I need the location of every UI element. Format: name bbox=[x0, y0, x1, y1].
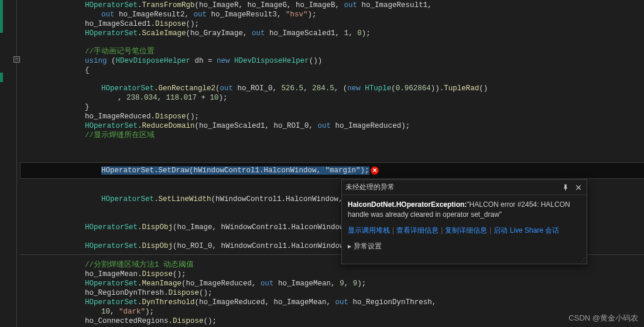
resize-grip-icon[interactable]: ⋰ bbox=[342, 256, 587, 264]
code-line[interactable]: ho_ImageScaled1.Dispose(); bbox=[20, 19, 644, 29]
code-line[interactable]: HOperatorSet.DynThreshold(ho_ImageReduce… bbox=[20, 298, 644, 307]
exception-action-link[interactable]: 显示调用堆栈 bbox=[348, 226, 390, 234]
code-line[interactable]: //显示焊缝所在区域 bbox=[20, 131, 644, 140]
exception-error-icon[interactable]: ✕ bbox=[371, 166, 379, 175]
exception-settings-label: 异常设置 bbox=[354, 242, 382, 250]
code-editor[interactable]: − HOperatorSet.TransFromRgb(ho_ImageR, h… bbox=[0, 0, 644, 327]
link-separator: | bbox=[390, 226, 396, 234]
exception-action-link[interactable]: 复制详细信息 bbox=[445, 226, 487, 234]
code-line[interactable]: ho_ConnectedRegions.Dispose(); bbox=[20, 316, 644, 326]
exception-action-link[interactable]: 启动 Live Share 会话 bbox=[494, 226, 559, 234]
code-line[interactable]: HOperatorSet.TransFromRgb(ho_ImageR, ho_… bbox=[20, 1, 644, 10]
code-body[interactable]: HOperatorSet.TransFromRgb(ho_ImageR, ho_… bbox=[20, 0, 644, 327]
code-line[interactable]: HOperatorSet.GenRectangle2(out ho_ROI_0,… bbox=[20, 84, 644, 93]
code-line[interactable]: , 238.034, 118.017 + 10); bbox=[20, 93, 644, 103]
code-line[interactable]: ho_RegionDynThresh.Dispose(); bbox=[20, 288, 644, 298]
editor-gutter: − bbox=[0, 0, 20, 327]
fold-guide-line bbox=[16, 0, 17, 327]
link-separator: | bbox=[439, 226, 445, 234]
exception-settings-toggle[interactable]: ▸异常设置 bbox=[342, 239, 587, 256]
change-marker bbox=[0, 73, 3, 82]
code-line[interactable]: HOperatorSet.SetDraw(hWindowControl1.Hal… bbox=[20, 166, 644, 175]
pin-icon[interactable] bbox=[561, 183, 570, 192]
exception-message: HalconDotNet.HOperatorException:"HALCON … bbox=[342, 195, 587, 223]
change-marker bbox=[0, 0, 3, 33]
code-line[interactable]: out ho_ImageResult2, out ho_ImageResult3… bbox=[20, 10, 644, 19]
code-line[interactable]: 10, "dark"); bbox=[20, 307, 644, 316]
close-icon[interactable] bbox=[574, 183, 583, 192]
code-line[interactable]: ho_ImageReduced.Dispose(); bbox=[20, 112, 644, 121]
code-line[interactable]: using (HDevDisposeHelper dh = new HDevDi… bbox=[20, 56, 644, 66]
exception-class: HalconDotNet.HOperatorException: bbox=[348, 200, 467, 209]
code-line[interactable]: { bbox=[20, 66, 644, 75]
code-line[interactable]: //手动画记号笔位置 bbox=[20, 47, 644, 56]
exception-title: 未经处理的异常 bbox=[345, 182, 395, 192]
code-line[interactable]: HOperatorSet.MeanImage(ho_ImageReduced, … bbox=[20, 279, 644, 288]
exception-action-link[interactable]: 查看详细信息 bbox=[396, 226, 439, 234]
chevron-right-icon: ▸ bbox=[348, 242, 351, 250]
watermark: CSDN @黄金小码农 bbox=[568, 313, 638, 323]
link-separator: | bbox=[487, 226, 494, 234]
exception-popup: 未经处理的异常 HalconDotNet.HOperatorException:… bbox=[341, 179, 587, 264]
code-line[interactable]: } bbox=[20, 103, 644, 112]
exception-links: 显示调用堆栈|查看详细信息|复制详细信息|启动 Live Share 会话 bbox=[342, 223, 587, 239]
code-line[interactable]: HOperatorSet.ReduceDomain(ho_ImageScaled… bbox=[20, 121, 644, 131]
fold-toggle[interactable]: − bbox=[13, 56, 20, 63]
code-line[interactable]: ho_ImageMean.Dispose(); bbox=[20, 270, 644, 279]
separator-line bbox=[20, 178, 644, 179]
code-line[interactable]: HOperatorSet.ScaleImage(ho_GrayImage, ou… bbox=[20, 29, 644, 38]
